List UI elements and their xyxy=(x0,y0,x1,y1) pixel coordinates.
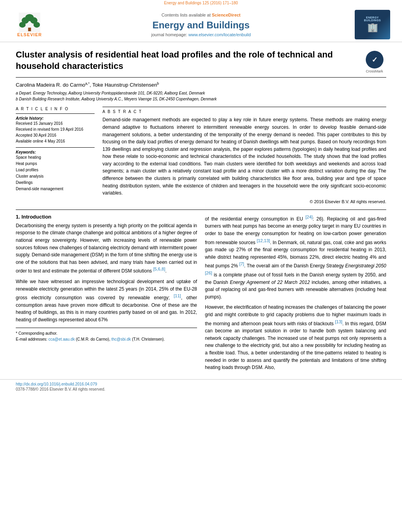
journal-logo-area: ENERGYBUILDINGS 🏢 xyxy=(351,7,394,42)
crossmark-icon: ✓ xyxy=(366,51,383,69)
author1-name: Carolina Madeira R. do Carmo xyxy=(16,82,85,88)
intro-left-col: 1. Introduction Decarbonising the energy… xyxy=(16,214,197,374)
footer-issn: 0378-7788/© 2016 Elsevier B.V. All right… xyxy=(16,387,386,391)
doi-top-text: Energy and Buildings 125 (2016) 171–180 xyxy=(164,1,238,5)
ref-568[interactable]: [5,6,8] xyxy=(153,267,166,271)
contents-line: Contents lists available at ScienceDirec… xyxy=(162,13,241,17)
keyword-3: Load profiles xyxy=(16,167,95,173)
elsevier-logo-area: ELSEVIER xyxy=(8,7,51,42)
doi-top-line: Energy and Buildings 125 (2016) 171–180 xyxy=(0,0,402,5)
ref-11[interactable]: [11] xyxy=(174,293,181,298)
crossmark-text: CrossMark xyxy=(366,69,383,73)
svg-point-5 xyxy=(34,22,40,28)
intro-right-col: of the residential energy consumption in… xyxy=(205,214,386,374)
keyword-2: Heat pumps xyxy=(16,161,95,167)
keywords-label: Keywords: xyxy=(16,150,95,154)
email2-link[interactable]: thc@sbi.dk xyxy=(111,337,131,341)
footer-doi[interactable]: http://dx.doi.org/10.1016/j.enbuild.2016… xyxy=(16,382,386,386)
keyword-1: Space heating xyxy=(16,154,95,161)
intro-heading: 1. Introduction xyxy=(16,214,197,220)
logo-top-text: ENERGYBUILDINGS xyxy=(364,16,381,22)
intro-para-4: However, the electrification of heating … xyxy=(205,304,386,371)
keyword-5: Dwellings xyxy=(16,180,95,186)
svg-point-4 xyxy=(19,22,26,28)
email1-link[interactable]: cca@et.aau.dk xyxy=(48,337,75,341)
ref-7[interactable]: [7] xyxy=(239,261,244,266)
abstract-text: Demand-side management methods are expec… xyxy=(102,116,386,197)
logo-building-icon: 🏢 xyxy=(367,22,378,33)
abstract-label: A B S T R A C T xyxy=(102,109,386,114)
received-date: Received 15 January 2016 xyxy=(16,120,95,126)
article-info-block: Article history: Received 15 January 201… xyxy=(16,113,95,144)
footnote-area: * Corresponding author. E-mail addresses… xyxy=(16,328,197,342)
ref-26[interactable]: [26] xyxy=(205,271,212,275)
ref-13b[interactable]: [13] xyxy=(335,319,342,324)
revised-date: Received in revised form 19 April 2016 xyxy=(16,126,95,132)
ref-1213[interactable]: [12,13] xyxy=(257,238,270,243)
article-title: Cluster analysis of residential heat loa… xyxy=(16,49,343,72)
corresponding-label: * Corresponding author. xyxy=(16,331,58,336)
page: Energy and Buildings 125 (2016) 171–180 … xyxy=(0,0,402,532)
introduction-section: 1. Introduction Decarbonising the energy… xyxy=(16,214,386,374)
email1-person: (C.M.R. do Carmo), xyxy=(76,337,110,341)
affil-a: a Depart. Energy Technology, Aalborg Uni… xyxy=(16,90,386,96)
article-info-column: A R T I C L E I N F O Article history: R… xyxy=(16,107,95,204)
journal-header-center: Contents lists available at ScienceDirec… xyxy=(51,7,351,42)
section-divider xyxy=(16,209,386,210)
svg-rect-6 xyxy=(28,28,31,31)
abstract-column: A B S T R A C T Demand-side management m… xyxy=(102,107,386,204)
keyword-4: Cluster analysis xyxy=(16,173,95,180)
accepted-date: Accepted 30 April 2016 xyxy=(16,132,95,138)
intro-para-3: of the residential energy consumption in… xyxy=(205,214,386,301)
journal-logo-box: ENERGYBUILDINGS 🏢 xyxy=(355,10,390,39)
copyright-line: © 2016 Elsevier B.V. All rights reserved… xyxy=(102,199,386,204)
author2-sup: b xyxy=(157,82,159,85)
homepage-line: journal homepage: www.elsevier.com/locat… xyxy=(151,32,251,37)
intro-para-2: While we have witnessed an impressive te… xyxy=(16,278,197,324)
email-label: E-mail addresses: xyxy=(16,337,47,341)
elsevier-logo: ELSEVIER xyxy=(17,13,42,37)
abstract-block: A B S T R A C T Demand-side management m… xyxy=(102,107,386,204)
intro-para-1: Decarbonising the energy system is prese… xyxy=(16,222,197,275)
crossmark-logo: ✓ CrossMark xyxy=(363,51,386,73)
keywords-block: Keywords: Space heating Heat pumps Load … xyxy=(16,147,95,192)
history-label: Article history: xyxy=(16,116,95,120)
authors-line: Carolina Madeira R. do Carmoa,*, Toke Ha… xyxy=(16,82,386,88)
email2-person: (T.H. Christensen). xyxy=(132,337,165,341)
author2-name: Toke Haunstrup Christensen xyxy=(92,82,157,88)
sciencedirect-link[interactable]: ScienceDirect xyxy=(212,13,241,17)
title-section: Cluster analysis of residential heat loa… xyxy=(16,49,386,78)
elsevier-brand-text: ELSEVIER xyxy=(17,32,42,37)
keyword-6: Demand-side management xyxy=(16,186,95,192)
affil-b: b Danish Building Research Institute, Aa… xyxy=(16,96,386,102)
ref-24[interactable]: [24] xyxy=(305,215,313,219)
top-banner: ELSEVIER Contents lists available at Sci… xyxy=(0,5,402,42)
journal-title: Energy and Buildings xyxy=(153,20,250,31)
elsevier-tree-icon xyxy=(18,13,41,32)
author1-sup: a, xyxy=(85,82,88,85)
page-footer: http://dx.doi.org/10.1016/j.enbuild.2016… xyxy=(0,379,402,394)
article-history: Article history: Received 15 January 201… xyxy=(16,116,95,144)
email-note: E-mail addresses: cca@et.aau.dk (C.M.R. … xyxy=(16,336,197,342)
author1-corresponding: * xyxy=(88,82,90,85)
available-date: Available online 4 May 2016 xyxy=(16,138,95,144)
corresponding-note: * Corresponding author. xyxy=(16,330,197,336)
article-info-label: A R T I C L E I N F O xyxy=(16,107,95,111)
homepage-url[interactable]: www.elsevier.com/locate/enbuild xyxy=(188,32,251,37)
info-abstract-section: A R T I C L E I N F O Article history: R… xyxy=(16,107,386,204)
affiliations: a Depart. Energy Technology, Aalborg Uni… xyxy=(16,90,386,102)
article-area: Cluster analysis of residential heat loa… xyxy=(0,49,402,374)
